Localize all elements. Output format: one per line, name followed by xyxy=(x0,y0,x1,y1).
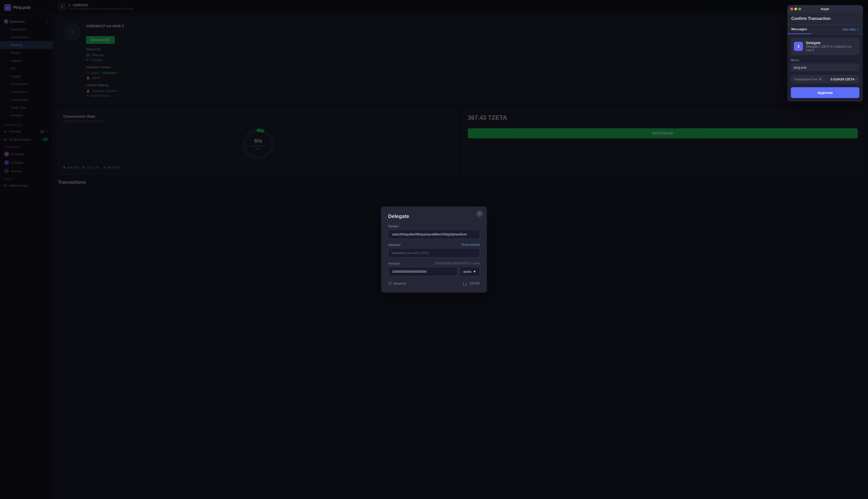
keplr-titlebar: Keplr xyxy=(787,5,863,13)
advance-checkbox[interactable]: Advance xyxy=(388,281,406,285)
denom-select[interactable]: azeta ▼ xyxy=(460,267,480,276)
amount-input-row: azeta ▼ xyxy=(388,267,480,276)
keplr-delegate-info: Delegate Delegate 1 tZETA to validator2-… xyxy=(806,41,856,52)
keplr-tab-messages[interactable]: Messages xyxy=(787,25,811,34)
keplr-maximize-dot[interactable] xyxy=(798,8,801,10)
modal-title: Delegate xyxy=(388,214,480,219)
keplr-memo-value: ping.pub xyxy=(791,63,859,71)
keplr-tabs: Messages View data ◇ xyxy=(787,25,863,34)
amount-label: Amount xyxy=(388,261,400,265)
fee-chevron-icon: › xyxy=(856,78,856,81)
amount-row: Amount 1034355650188400070412 azeta xyxy=(388,261,480,265)
denom-chevron-icon: ▼ xyxy=(473,270,476,273)
amount-input[interactable] xyxy=(388,267,457,276)
validator-label: Validator xyxy=(388,243,401,247)
modal-close-button[interactable]: × xyxy=(476,210,483,217)
keplr-tab-view-data[interactable]: View data ◇ xyxy=(839,25,863,34)
keplr-window-controls xyxy=(790,8,801,10)
keplr-confirm-header: Confirm Transaction xyxy=(787,13,863,25)
keplr-panel: Keplr Confirm Transaction Messages View … xyxy=(787,5,863,101)
view-data-icon: ◇ xyxy=(857,28,859,31)
keplr-fee-value: 0.016435 tZETA › xyxy=(831,77,856,81)
modal-footer: Advance SEND xyxy=(388,281,480,285)
send-button[interactable]: SEND xyxy=(463,281,480,285)
modal-overlay: Delegate × Sender Validator Show Inactiv… xyxy=(0,0,868,499)
keplr-fee-row[interactable]: Transaction Fee ⚙ 0.016435 tZETA › xyxy=(791,75,859,84)
keplr-body: ⬆ Delegate Delegate 1 tZETA to validator… xyxy=(787,34,863,101)
keplr-close-dot[interactable] xyxy=(790,8,793,10)
validator-row: Validator Show Inactive xyxy=(388,243,480,247)
gear-icon: ⚙ xyxy=(819,77,822,81)
delegate-modal: Delegate × Sender Validator Show Inactiv… xyxy=(381,206,487,293)
amount-available: 1034355650188400070412 azeta xyxy=(435,261,480,265)
keplr-memo-label: Memo xyxy=(791,59,859,62)
keplr-approve-button[interactable]: Approve xyxy=(791,87,859,98)
keplr-delegate-icon: ⬆ xyxy=(794,42,803,51)
advance-label: Advance xyxy=(393,281,406,285)
sender-input[interactable] xyxy=(388,230,480,239)
show-inactive-link[interactable]: Show Inactive xyxy=(461,243,480,246)
send-loader-icon xyxy=(463,281,467,285)
sender-label: Sender xyxy=(388,224,480,228)
keplr-delegate-row: ⬆ Delegate Delegate 1 tZETA to validator… xyxy=(791,38,859,55)
checkbox-icon xyxy=(388,281,392,285)
keplr-title: Keplr xyxy=(821,7,829,11)
keplr-delegate-title: Delegate xyxy=(806,41,856,45)
keplr-delegate-desc: Delegate 1 tZETA to validator2-us-east-1 xyxy=(806,45,856,52)
denom-label: azeta xyxy=(463,270,471,273)
validator-select[interactable]: validator2-us-east-1 (5%) xyxy=(388,248,480,258)
keplr-fee-label: Transaction Fee ⚙ xyxy=(794,77,822,81)
keplr-minimize-dot[interactable] xyxy=(794,8,797,10)
